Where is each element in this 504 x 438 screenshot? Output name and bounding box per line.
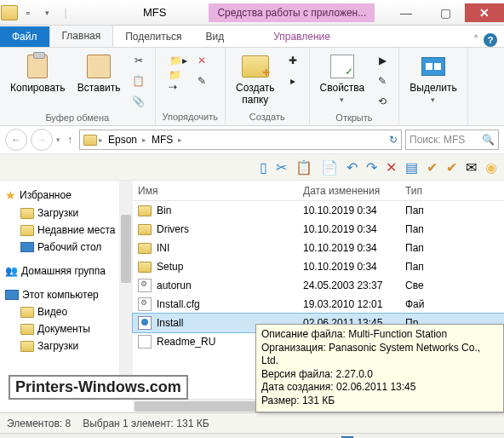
back-button[interactable]: ←	[5, 129, 27, 151]
close-button[interactable]: ✕	[465, 3, 504, 22]
cut-icon[interactable]: ✂	[129, 51, 148, 70]
file-row[interactable]: Install.cfg19.03.2010 12:01Фай	[133, 295, 504, 314]
paste-button[interactable]: Вставить	[74, 51, 124, 95]
up-button[interactable]: ↑	[64, 134, 76, 146]
folder-icon	[138, 243, 152, 254]
context-tab[interactable]: Средства работы с приложен...	[209, 3, 375, 22]
toolbar-panel-icon[interactable]: ▯	[260, 159, 267, 176]
nav-pane[interactable]: ★Избранное Загрузки Недавние места Рабоч…	[0, 181, 133, 399]
new-folder-button[interactable]: Создать папку	[232, 51, 278, 107]
folder-icon	[138, 205, 152, 216]
maximize-button[interactable]: ▢	[426, 3, 465, 22]
copyto-icon[interactable]: 📁⇢	[169, 72, 187, 90]
minimize-button[interactable]: —	[387, 3, 426, 22]
help-icon[interactable]: ?	[484, 33, 497, 47]
nav-downloads[interactable]: Загрузки	[3, 205, 129, 222]
tab-share[interactable]: Поделиться	[113, 26, 193, 47]
copy-button[interactable]: Копировать	[7, 51, 69, 95]
toolbar-check2-icon[interactable]: ✔	[446, 159, 457, 176]
file-date: 24.05.2003 23:37	[303, 280, 405, 291]
folder-icon	[138, 224, 152, 235]
easy-access-icon[interactable]: ▸	[284, 72, 302, 90]
file-row[interactable]: INI10.10.2019 0:34Пап	[133, 239, 504, 257]
ribbon-collapse-icon[interactable]: ˄	[473, 34, 478, 46]
cfg-icon	[138, 297, 152, 311]
qa-sep: |	[56, 3, 75, 22]
nav-favorites[interactable]: ★Избранное	[3, 186, 129, 205]
col-header-date[interactable]: Дата изменения	[303, 185, 405, 197]
file-type: Пап	[405, 242, 448, 254]
status-item-count: Элементов: 8	[7, 418, 71, 429]
chevron-right-icon[interactable]: ▸	[142, 135, 146, 144]
tab-home[interactable]: Главная	[49, 25, 114, 47]
breadcrumb-seg1[interactable]: Epson	[105, 134, 140, 146]
open-icon[interactable]: ▶	[373, 51, 392, 70]
nav-thispc[interactable]: Этот компьютер	[3, 286, 129, 303]
search-input[interactable]: Поиск: MFS 🔍	[405, 130, 499, 150]
toolbar-delete-icon[interactable]: ✕	[386, 159, 397, 176]
clipboard-group-label: Буфер обмена	[45, 111, 109, 124]
file-row[interactable]: Bin10.10.2019 0:34Пап	[133, 201, 504, 220]
new-group-label: Создать	[249, 110, 285, 124]
tab-view[interactable]: Вид	[193, 26, 236, 47]
toolbar-cut-icon[interactable]: ✂	[276, 159, 287, 176]
history-icon[interactable]: ⟲	[373, 92, 392, 111]
file-name: Setup	[157, 261, 183, 273]
toolbar-mail-icon[interactable]: ✉	[466, 159, 477, 176]
file-type: Фай	[405, 298, 448, 310]
star-icon: ★	[5, 188, 16, 202]
toolbar-shell-icon[interactable]: ◉	[485, 159, 497, 176]
rename-icon[interactable]: ✎	[192, 72, 211, 90]
edit-icon[interactable]: ✎	[373, 72, 392, 90]
file-tooltip: Описание файла: Multi-Function Station О…	[255, 324, 504, 412]
nav-desktop[interactable]: Рабочий стол	[3, 239, 129, 256]
toolbar-paste-icon[interactable]: 📄	[321, 159, 338, 176]
nav-video[interactable]: Видео	[3, 303, 129, 320]
desktop-icon	[20, 242, 34, 252]
nav-recent[interactable]: Недавние места	[3, 222, 129, 239]
delete-icon[interactable]: ✕	[192, 51, 211, 70]
file-name: Drivers	[157, 223, 189, 235]
new-item-icon[interactable]: ✚	[284, 51, 302, 70]
organize-group-label: Упорядочить	[163, 110, 218, 124]
tab-manage[interactable]: Управление	[261, 26, 342, 47]
chevron-right-icon[interactable]: ▸	[99, 135, 103, 144]
qa-props-icon[interactable]: ▫	[19, 3, 37, 22]
paste-shortcut-icon[interactable]: 📎	[129, 92, 148, 111]
qa-folder-icon[interactable]	[0, 3, 19, 22]
forward-button[interactable]: →	[31, 129, 53, 151]
file-row[interactable]: Setup10.10.2019 0:34Пап	[133, 257, 504, 276]
file-name: INI	[157, 242, 169, 254]
breadcrumb-root-icon[interactable]	[83, 135, 97, 146]
col-header-name[interactable]: Имя	[133, 185, 303, 197]
chevron-right-icon[interactable]: ▸	[178, 135, 182, 144]
watermark: Printers-Windows.com	[9, 375, 188, 400]
breadcrumb[interactable]: ▸ Epson ▸ MFS ▸ ↻	[79, 130, 402, 150]
folder-icon	[20, 324, 34, 335]
toolbar-undo-icon[interactable]: ↶	[346, 159, 358, 176]
file-row[interactable]: Drivers10.10.2019 0:34Пап	[133, 220, 504, 239]
breadcrumb-seg2[interactable]: MFS	[148, 134, 176, 146]
toolbar-check-icon[interactable]: ✔	[427, 159, 438, 176]
recent-dropdown-icon[interactable]: ▾	[56, 135, 60, 144]
refresh-icon[interactable]: ↻	[389, 134, 398, 146]
select-button[interactable]: Выделить▾	[406, 51, 460, 106]
toolbar-copy-icon[interactable]: 📋	[295, 159, 312, 176]
copy-path-icon[interactable]: 📋	[129, 72, 148, 90]
file-name: Install	[157, 317, 183, 329]
properties-button[interactable]: Свойства▾	[317, 51, 369, 106]
window-title: MFS	[143, 6, 166, 19]
search-icon[interactable]: 🔍	[482, 134, 495, 146]
file-tab[interactable]: Файл	[0, 26, 49, 47]
qa-dropdown-icon[interactable]: ▾	[37, 3, 56, 22]
homegroup-icon: 👥	[5, 265, 18, 277]
nav-scrollbar[interactable]	[119, 181, 133, 399]
toolbar-redo-icon[interactable]: ↷	[366, 159, 377, 176]
nav-homegroup[interactable]: 👥Домашняя группа	[3, 262, 129, 280]
toolbar-props-icon[interactable]: ▤	[405, 159, 418, 176]
col-header-type[interactable]: Тип	[405, 185, 448, 197]
moveto-icon[interactable]: 📁▸	[169, 51, 187, 70]
file-row[interactable]: autorun24.05.2003 23:37Све	[133, 276, 504, 295]
nav-documents[interactable]: Документы	[3, 320, 129, 337]
nav-downloads2[interactable]: Загрузки	[3, 337, 129, 354]
